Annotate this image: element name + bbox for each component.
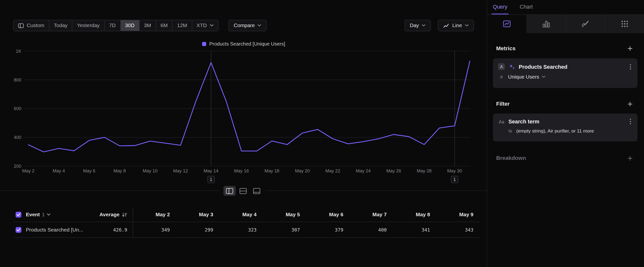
add-filter-button[interactable] — [627, 101, 633, 107]
string-property-badge: Aa — [498, 119, 505, 124]
chart-type-tab-bar-chart[interactable] — [526, 15, 566, 33]
compare-button[interactable]: Compare — [228, 20, 267, 31]
breakdown-heading: Breakdown — [496, 155, 526, 161]
report-canvas: 2004006008001KMay 2May 4May 6May 8May 10… — [0, 0, 487, 267]
row-value-cells: 349299323307379400341343 — [132, 222, 480, 237]
layout-chart-with-table-bottom-button[interactable] — [250, 186, 263, 196]
row-checkbox[interactable] — [16, 227, 21, 232]
series-line[interactable] — [28, 61, 470, 152]
date-range-30d[interactable]: 30D — [120, 20, 139, 31]
custom-range-icon — [18, 23, 24, 28]
column-header-may-3[interactable]: May 3 — [176, 212, 220, 217]
date-range-custom[interactable]: Custom — [14, 20, 49, 31]
date-column-headers: May 2May 3May 4May 5May 6May 7May 8May 9 — [132, 208, 480, 222]
chart-type-label: Line — [452, 23, 462, 28]
measure-label: Unique Users — [508, 74, 539, 80]
layout-chart-with-table-left-button[interactable] — [223, 186, 236, 196]
cell-may-5: 307 — [263, 227, 306, 232]
column-header-may-7[interactable]: May 7 — [350, 212, 393, 217]
column-header-may-4[interactable]: May 4 — [220, 212, 263, 217]
date-range-xtd[interactable]: XTD — [192, 20, 218, 31]
column-header-may-6[interactable]: May 6 — [306, 212, 350, 217]
analytics-app: 2004006008001KMay 2May 4May 6May 8May 10… — [0, 0, 644, 267]
annotation-count: 1 — [453, 177, 456, 182]
chart-type-tab-slashed-line-chart[interactable] — [566, 15, 605, 33]
average-label: Average — [100, 212, 120, 217]
series-letter-badge: A — [498, 63, 505, 70]
row-name-cell: Products Searched [Un... — [13, 227, 94, 232]
layout-bottom-strip-icon — [253, 188, 260, 194]
row-name: Products Searched [Un... — [26, 227, 83, 232]
date-range-yesterday[interactable]: Yesterday — [72, 20, 104, 31]
layout-chart-with-table-top-button[interactable] — [237, 186, 249, 196]
x-tick-label: May 28 — [417, 168, 432, 173]
select-all-checkbox[interactable] — [16, 212, 21, 217]
viewport: 2004006008001KMay 2May 4May 6May 8May 10… — [0, 0, 644, 267]
date-range-6m[interactable]: 6M — [156, 20, 172, 31]
compare-label: Compare — [234, 23, 255, 28]
metric-card[interactable]: A Products Searched # Unique Users — [493, 58, 638, 88]
x-tick-label: May 20 — [295, 168, 310, 173]
query-panel: Query Chart Metrics A Products Searched … — [488, 0, 644, 267]
plus-icon — [627, 155, 633, 161]
filter-card[interactable]: Aa Search term Is (empty string), Air pu… — [493, 114, 638, 142]
plus-icon — [627, 101, 633, 107]
column-header-may-9[interactable]: May 9 — [437, 212, 480, 217]
date-range-label: 6M — [161, 23, 168, 28]
filter-value[interactable]: (empty string), Air purifier, or 11 more — [516, 128, 594, 133]
chevron-down-icon — [542, 76, 545, 78]
average-column-header[interactable]: Average — [94, 208, 132, 222]
check-icon — [16, 213, 21, 216]
line-chart-icon — [502, 19, 512, 28]
slashed-line-chart-icon — [581, 19, 590, 28]
x-tick-label: May 2 — [22, 168, 34, 173]
kebab-icon — [630, 118, 632, 125]
bar-chart-icon — [542, 19, 551, 28]
plus-icon — [627, 45, 633, 51]
x-tick-label: May 8 — [114, 168, 126, 173]
sparkle-icon — [508, 63, 515, 70]
date-range-3m[interactable]: 3M — [139, 20, 156, 31]
legend-label: Products Searched [Unique Users] — [209, 41, 285, 47]
cell-may-9: 343 — [437, 227, 480, 232]
granularity-button[interactable]: Day — [404, 20, 431, 31]
date-range-7d[interactable]: 7D — [104, 20, 120, 31]
filter-heading: Filter — [496, 101, 510, 107]
legend-swatch — [202, 42, 206, 46]
chart-type-tab-line-chart[interactable] — [488, 15, 526, 33]
kebab-icon — [630, 64, 632, 70]
date-range-label: 3M — [144, 23, 151, 28]
date-range-today[interactable]: Today — [49, 20, 72, 31]
event-selector[interactable]: Event 1 — [26, 212, 50, 217]
cell-may-6: 379 — [306, 227, 350, 232]
column-header-may-2[interactable]: May 2 — [133, 212, 176, 217]
chart-type-button[interactable]: Line — [438, 20, 474, 31]
event-count: 1 — [42, 212, 45, 217]
cell-may-2: 349 — [133, 227, 176, 232]
filter-operator: Is — [508, 128, 512, 133]
add-breakdown-button[interactable] — [627, 155, 633, 161]
chart-type-tab-group — [488, 14, 644, 33]
chevron-down-icon — [422, 24, 426, 27]
column-header-may-8[interactable]: May 8 — [393, 212, 437, 217]
tab-query[interactable]: Query — [492, 0, 509, 14]
x-tick-label: May 10 — [143, 168, 158, 173]
tab-chart[interactable]: Chart — [518, 0, 534, 14]
column-header-may-5[interactable]: May 5 — [263, 212, 306, 217]
chart-legend[interactable]: Products Searched [Unique Users] — [0, 41, 487, 47]
filter-options-button[interactable] — [629, 118, 632, 125]
date-range-label: Today — [54, 23, 68, 28]
table-row[interactable]: Products Searched [Un... 426.9 349299323… — [13, 222, 480, 238]
chart-type-tab-dots-grid[interactable] — [605, 15, 644, 33]
y-tick-label: 600 — [14, 106, 22, 111]
metric-options-button[interactable] — [629, 64, 632, 70]
x-tick-label: May 26 — [386, 168, 401, 173]
add-metric-button[interactable] — [627, 45, 633, 51]
layout-split-horizontal-icon — [239, 188, 247, 194]
results-table: Event 1 Average May 2May 3May 4May 5May … — [13, 208, 480, 238]
x-tick-label: May 16 — [234, 168, 249, 173]
chevron-down-icon — [258, 24, 262, 27]
measure-selector[interactable]: Unique Users — [508, 74, 545, 80]
date-range-label: Yesterday — [77, 23, 100, 28]
date-range-12m[interactable]: 12M — [172, 20, 192, 31]
